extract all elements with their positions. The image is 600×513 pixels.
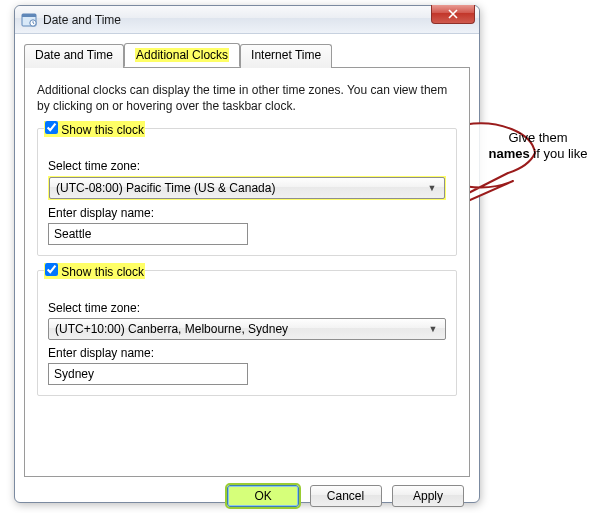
clock-2-group: Show this clock Select time zone: (UTC+1… — [37, 270, 457, 396]
show-clock-1-checkbox[interactable] — [45, 121, 58, 134]
timezone-2-combo[interactable]: (UTC+10:00) Canberra, Melbourne, Sydney … — [48, 318, 446, 340]
display-name-2-label: Enter display name: — [48, 346, 446, 360]
show-clock-1-label: Show this clock — [61, 123, 144, 137]
app-icon — [21, 12, 37, 28]
callout-text: Give them names if you like — [488, 130, 588, 163]
chevron-down-icon: ▼ — [424, 183, 440, 193]
chevron-down-icon: ▼ — [425, 324, 441, 334]
date-and-time-dialog: Date and Time Date and Time Additional C… — [14, 5, 480, 503]
close-icon — [448, 9, 458, 19]
apply-button[interactable]: Apply — [392, 485, 464, 507]
show-clock-2-checkbox[interactable] — [45, 263, 58, 276]
timezone-1-label: Select time zone: — [48, 159, 446, 173]
tab-date-and-time[interactable]: Date and Time — [24, 44, 124, 68]
window-title: Date and Time — [43, 13, 121, 27]
tab-internet-time[interactable]: Internet Time — [240, 44, 332, 68]
display-name-2-input[interactable] — [48, 363, 248, 385]
show-clock-2-label: Show this clock — [61, 265, 144, 279]
show-clock-1-row: Show this clock — [44, 121, 145, 137]
display-name-1-label: Enter display name: — [48, 206, 446, 220]
tab-additional-clocks[interactable]: Additional Clocks — [124, 43, 240, 67]
cancel-button[interactable]: Cancel — [310, 485, 382, 507]
timezone-2-label: Select time zone: — [48, 301, 446, 315]
tab-strip: Date and Time Additional Clocks Internet… — [24, 43, 470, 67]
title-bar: Date and Time — [15, 6, 479, 34]
ok-button[interactable]: OK — [227, 485, 299, 507]
timezone-2-value: (UTC+10:00) Canberra, Melbourne, Sydney — [55, 322, 288, 336]
clock-1-group: Show this clock Select time zone: (UTC-0… — [37, 128, 457, 256]
show-clock-2-row: Show this clock — [44, 263, 145, 279]
tab-page-additional-clocks: Additional clocks can display the time i… — [24, 67, 470, 477]
button-row: OK Cancel Apply — [24, 477, 470, 507]
display-name-1-input[interactable] — [48, 223, 248, 245]
close-button[interactable] — [431, 5, 475, 24]
dialog-body: Date and Time Additional Clocks Internet… — [15, 34, 479, 513]
description-text: Additional clocks can display the time i… — [37, 82, 457, 114]
svg-rect-1 — [22, 14, 36, 17]
timezone-1-value: (UTC-08:00) Pacific Time (US & Canada) — [56, 181, 275, 195]
timezone-1-combo[interactable]: (UTC-08:00) Pacific Time (US & Canada) ▼ — [49, 177, 445, 199]
